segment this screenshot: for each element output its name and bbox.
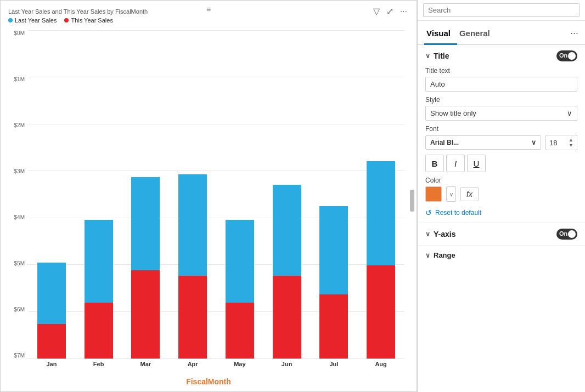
bar-teal-jul	[319, 206, 348, 294]
style-label: Style	[425, 96, 577, 104]
stacked-bar-jan[interactable]	[37, 263, 66, 359]
bar-group-jul	[317, 206, 351, 359]
legend-label-this-year: This Year Sales	[71, 17, 113, 24]
search-bar	[418, 0, 585, 21]
y-label-6m: $6M	[8, 306, 25, 313]
stacked-bar-may[interactable]	[226, 220, 254, 359]
toggle-on-label: On	[559, 52, 567, 59]
style-dropdown[interactable]: Show title only ∨	[425, 106, 577, 121]
x-label-jun: Jun	[270, 361, 304, 373]
x-label-aug: Aug	[364, 361, 398, 373]
bar-red-aug	[367, 265, 395, 359]
bar-teal-feb	[85, 220, 113, 303]
reset-to-default[interactable]: ↺ Reset to default	[425, 208, 577, 217]
bars-row	[28, 28, 404, 359]
font-select[interactable]: Arial Bl... ∨	[425, 135, 541, 150]
tab-more-icon[interactable]: ···	[570, 27, 578, 43]
y-axis-title: ∨ Y-axis	[425, 230, 455, 238]
bar-red-mar	[131, 270, 160, 359]
color-dropdown-arrow[interactable]: ∨	[446, 186, 456, 202]
chart-legend: Last Year Sales This Year Sales	[3, 15, 414, 26]
bar-group-aug	[364, 161, 398, 359]
title-text-label: Title text	[425, 67, 577, 75]
search-input[interactable]	[423, 3, 580, 17]
title-text-input[interactable]	[425, 77, 577, 92]
range-label: Range	[434, 251, 455, 259]
resize-handle[interactable]	[410, 190, 414, 212]
bar-red-jan	[37, 324, 66, 359]
y-axis-header[interactable]: ∨ Y-axis On	[425, 229, 577, 240]
x-axis-title: FiscalMonth	[3, 375, 414, 389]
tab-general[interactable]: General	[457, 26, 497, 45]
bar-red-feb	[85, 303, 113, 359]
legend-item-this-year: This Year Sales	[64, 17, 113, 24]
reset-icon: ↺	[425, 208, 432, 217]
bar-teal-jun	[273, 185, 301, 276]
spinner-up-icon[interactable]: ▲	[569, 137, 573, 143]
bar-red-may	[226, 303, 254, 359]
bar-red-jun	[273, 276, 301, 359]
range-title: ∨ Range	[425, 251, 455, 259]
stacked-bar-apr[interactable]	[178, 174, 207, 359]
drag-handle-icon[interactable]: ≡	[206, 5, 211, 14]
title-toggle-container: On	[556, 50, 577, 61]
legend-dot-this-year	[64, 18, 69, 22]
stacked-bar-jun[interactable]	[273, 185, 301, 359]
stacked-bar-feb[interactable]	[85, 220, 113, 359]
title-section-label: Title	[434, 52, 449, 60]
more-options-icon[interactable]: ···	[398, 5, 409, 18]
y-axis-toggle-label: On	[559, 230, 567, 237]
stacked-bar-mar[interactable]	[131, 177, 160, 359]
range-chevron-icon: ∨	[425, 252, 430, 259]
y-label-0m: $0M	[8, 30, 25, 36]
y-label-7m: $7M	[8, 353, 25, 359]
font-select-chevron: ∨	[531, 139, 536, 146]
y-label-5m: $5M	[8, 260, 25, 266]
focus-mode-icon[interactable]: ⤢	[385, 5, 395, 18]
font-size-spinners[interactable]: ▲ ▼	[569, 137, 573, 148]
font-row: Arial Bl... ∨ 18 ▲ ▼	[425, 135, 577, 150]
tab-visual[interactable]: Visual	[424, 26, 457, 45]
fx-button[interactable]: fx	[460, 187, 479, 201]
underline-button[interactable]: U	[467, 155, 486, 172]
bar-teal-aug	[367, 161, 395, 265]
bar-teal-apr	[178, 174, 207, 276]
title-chevron-icon[interactable]: ∨	[425, 52, 430, 60]
bold-button[interactable]: B	[425, 155, 444, 172]
color-row: ∨ fx	[425, 186, 577, 202]
bars-container: JanFebMarAprMayJunJulAug	[28, 28, 404, 375]
spinner-down-icon[interactable]: ▼	[569, 143, 573, 148]
x-label-apr: Apr	[176, 361, 210, 373]
x-label-jan: Jan	[35, 361, 69, 373]
chart-area: $7M $6M $5M $4M $3M $2M $1M $0M	[3, 26, 414, 375]
settings-panel: Visual General ··· ∨ Title On Title text…	[417, 0, 585, 392]
color-swatch[interactable]	[425, 186, 442, 202]
font-size-value: 18	[549, 139, 557, 147]
x-labels: JanFebMarAprMayJunJulAug	[28, 359, 404, 375]
style-dropdown-chevron: ∨	[567, 109, 572, 117]
title-toggle[interactable]: On	[556, 50, 577, 61]
chart-panel: ≡ ▽ ⤢ ··· Last Year Sales and This Year …	[0, 0, 417, 392]
legend-label-last-year: Last Year Sales	[15, 17, 57, 24]
filter-icon[interactable]: ▽	[372, 5, 381, 18]
legend-dot-last-year	[8, 18, 13, 22]
y-axis-toggle-knob	[568, 230, 576, 238]
y-label-2m: $2M	[8, 122, 25, 128]
font-size-input[interactable]: 18 ▲ ▼	[545, 135, 577, 150]
bar-teal-mar	[131, 177, 160, 270]
y-label-3m: $3M	[8, 168, 25, 174]
bar-group-feb	[82, 220, 116, 359]
stacked-bar-jul[interactable]	[319, 206, 348, 359]
bar-group-may	[223, 220, 257, 359]
reset-label: Reset to default	[435, 209, 481, 217]
stacked-bar-aug[interactable]	[367, 161, 395, 359]
x-label-may: May	[223, 361, 257, 373]
font-label: Font	[425, 125, 577, 133]
x-label-mar: Mar	[128, 361, 162, 373]
bar-group-jan	[35, 263, 69, 359]
y-axis-toggle[interactable]: On	[556, 229, 577, 240]
y-label-1m: $1M	[8, 76, 25, 82]
italic-button[interactable]: I	[446, 155, 465, 172]
range-section[interactable]: ∨ Range	[418, 246, 585, 265]
bar-red-apr	[178, 276, 207, 359]
